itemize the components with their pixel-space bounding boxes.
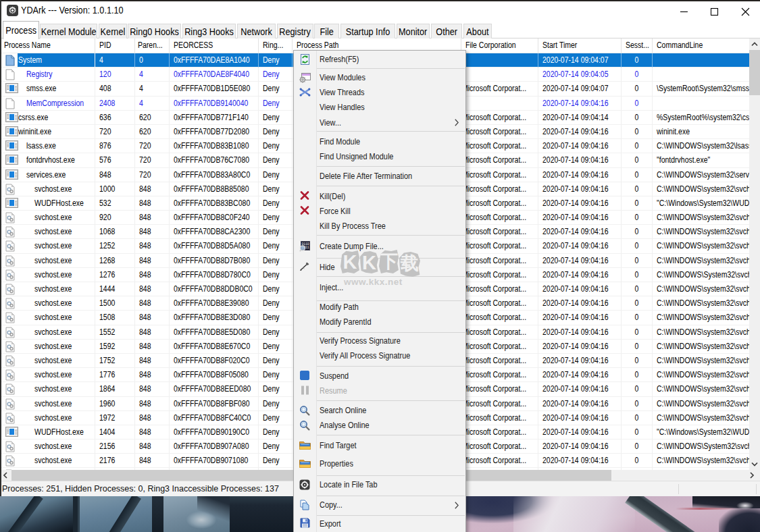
svg-text:0110: 0110	[301, 242, 309, 245]
